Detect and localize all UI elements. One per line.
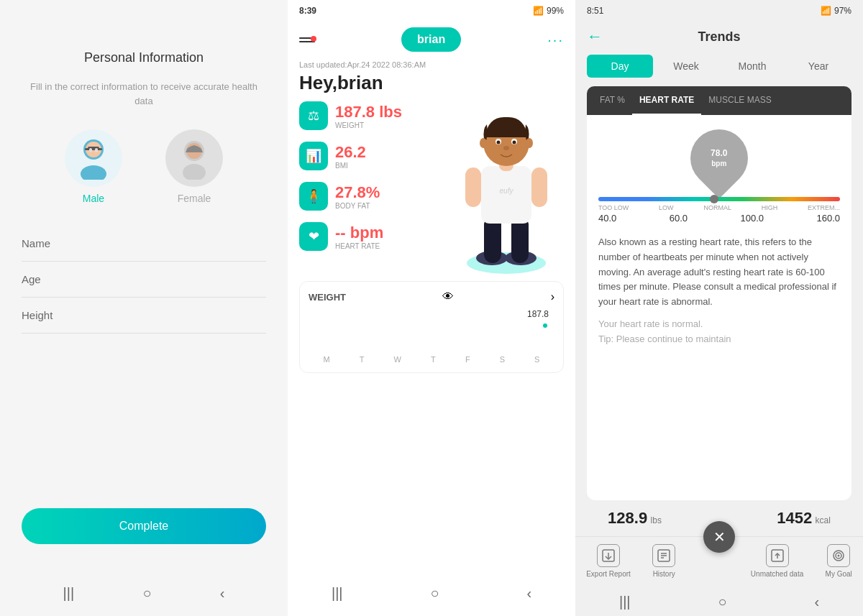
weight-icon: ⚖: [299, 101, 328, 130]
tab-month[interactable]: Month: [719, 55, 785, 78]
back-icon-3[interactable]: ‹: [814, 594, 819, 610]
weight-stat-unit: lbs: [651, 515, 662, 525]
name-field[interactable]: Name: [22, 226, 266, 262]
recent-apps-icon-3[interactable]: |||: [619, 594, 631, 610]
female-gender-option[interactable]: Female: [165, 129, 223, 204]
tab-muscle-mass[interactable]: MUSCLE MASS: [701, 86, 778, 115]
panel3-battery: 97%: [834, 6, 851, 16]
day-t1: T: [360, 355, 365, 364]
bottom-nav: ✕ Export Report History Unmatched data M…: [575, 536, 863, 585]
weight-label: WEIGHT: [335, 121, 402, 129]
home-icon-2[interactable]: ○: [430, 585, 439, 602]
bodyfat-label: Body Fat: [335, 202, 380, 210]
trends-header: ← Trends: [575, 22, 863, 55]
svg-point-24: [513, 141, 516, 144]
back-icon[interactable]: ‹: [220, 585, 225, 602]
back-button[interactable]: ←: [587, 27, 603, 46]
heartrate-metric[interactable]: ❤ -- bpm Heart Rate: [299, 222, 449, 251]
tab-week[interactable]: Week: [653, 55, 719, 78]
export-report-label: Export Report: [586, 570, 631, 578]
hr-description: Also known as a resting heart rate, this…: [598, 235, 840, 310]
dashboard-screen: 8:39 📶 99% brian ··· Last updated:Apr.24…: [288, 0, 575, 616]
history-label: History: [653, 570, 675, 578]
user-badge[interactable]: brian: [401, 27, 461, 52]
menu-button[interactable]: [299, 37, 315, 42]
svg-point-26: [480, 138, 487, 148]
tab-year[interactable]: Year: [785, 55, 851, 78]
male-avatar: [65, 129, 122, 187]
day-t2: T: [431, 355, 436, 364]
height-field[interactable]: Height: [22, 298, 266, 334]
dashboard-header: brian ···: [288, 22, 575, 60]
weight-stat-value: 128.9: [608, 509, 647, 527]
greeting-text: Hey,brian: [288, 72, 575, 94]
close-button[interactable]: ✕: [703, 521, 735, 553]
kcal-stat: 1452 kcal: [777, 509, 831, 528]
unmatched-data-button[interactable]: Unmatched data: [751, 544, 803, 578]
status-bar: 8:39 📶 99%: [288, 0, 575, 22]
unmatched-data-label: Unmatched data: [751, 570, 803, 578]
weight-value: 187.8 lbs: [335, 103, 402, 121]
day-w: W: [394, 355, 401, 364]
label-too-low: TOO LOW: [598, 204, 629, 211]
weight-stat: 128.9 lbs: [608, 509, 662, 528]
tab-day[interactable]: Day: [587, 55, 653, 78]
recent-apps-icon[interactable]: |||: [63, 585, 75, 602]
svg-rect-18: [531, 167, 547, 207]
tab-heart-rate[interactable]: HEART RATE: [632, 86, 701, 115]
panel3-status-icons: 📶 97%: [821, 6, 851, 16]
export-report-button[interactable]: Export Report: [586, 544, 631, 578]
bmi-icon: 📊: [299, 142, 328, 170]
more-options-button[interactable]: ···: [547, 32, 564, 48]
home-icon-3[interactable]: ○: [718, 594, 726, 610]
weight-metric[interactable]: ⚖ 187.8 lbs WEIGHT: [299, 101, 449, 130]
chart-days: M T W T F S S: [309, 355, 554, 364]
panel3-status-bar: 8:51 📶 97%: [575, 0, 863, 22]
svg-rect-4: [85, 148, 102, 150]
complete-button[interactable]: Complete: [22, 508, 266, 544]
tab-fat[interactable]: FAT %: [593, 86, 632, 115]
metrics-list: ⚖ 187.8 lbs WEIGHT 📊 26.2 BMI 🧍 27.8% Bo…: [299, 101, 449, 274]
gauge-bubble: 78.0 bpm: [678, 117, 759, 198]
my-goal-button[interactable]: My Goal: [826, 544, 852, 578]
day-f: F: [465, 355, 470, 364]
num-100: 100.0: [740, 213, 764, 224]
history-button[interactable]: History: [652, 544, 675, 578]
system-nav-bar: ||| ○ ‹: [0, 585, 288, 602]
panel3-wifi-icon: 📶: [821, 6, 831, 16]
hr-status: Your heart rate is normal.: [598, 318, 840, 329]
hr-tip: Tip: Please continue to maintain: [598, 334, 840, 344]
recent-apps-icon-2[interactable]: |||: [332, 585, 343, 602]
gauge-container: 78.0 bpm TOO LOW LOW NORMAL HIGH EXTREM.…: [598, 129, 840, 224]
avatar-container: eufy: [449, 101, 564, 274]
trends-screen: 8:51 📶 97% ← Trends Day Week Month Year …: [575, 0, 863, 616]
trends-title: Trends: [698, 29, 740, 45]
period-tabs: Day Week Month Year: [587, 55, 851, 78]
svg-point-38: [838, 555, 840, 557]
panel2-sys-nav: ||| ○ ‹: [288, 585, 575, 602]
gauge-labels: TOO LOW LOW NORMAL HIGH EXTREM...: [598, 204, 840, 211]
history-icon: [652, 544, 675, 567]
screen-subtitle: Fill in the correct information to recei…: [0, 80, 288, 108]
svg-text:eufy: eufy: [500, 187, 514, 195]
time-display: 8:39: [299, 6, 316, 16]
home-icon[interactable]: ○: [142, 585, 151, 602]
female-avatar: [165, 129, 223, 187]
weight-chart-arrow[interactable]: ›: [551, 290, 554, 303]
bmi-metric[interactable]: 📊 26.2 BMI: [299, 142, 449, 170]
svg-point-23: [497, 141, 501, 144]
bmi-label: BMI: [335, 162, 366, 170]
svg-point-27: [526, 138, 533, 148]
male-gender-option[interactable]: Male: [65, 129, 122, 204]
back-icon-2[interactable]: ‹: [526, 585, 531, 602]
bmi-value: 26.2: [335, 143, 366, 162]
day-m: M: [324, 355, 330, 364]
label-low: LOW: [659, 204, 674, 211]
kcal-stat-value: 1452: [777, 509, 812, 527]
heartrate-icon: ❤: [299, 222, 328, 251]
num-60: 60.0: [670, 213, 688, 224]
gauge-bar: [598, 197, 840, 201]
age-field[interactable]: Age: [22, 262, 266, 298]
last-updated-text: Last updated:Apr.24 2022 08:36:AM: [288, 60, 575, 69]
bodyfat-metric[interactable]: 🧍 27.8% Body Fat: [299, 182, 449, 211]
